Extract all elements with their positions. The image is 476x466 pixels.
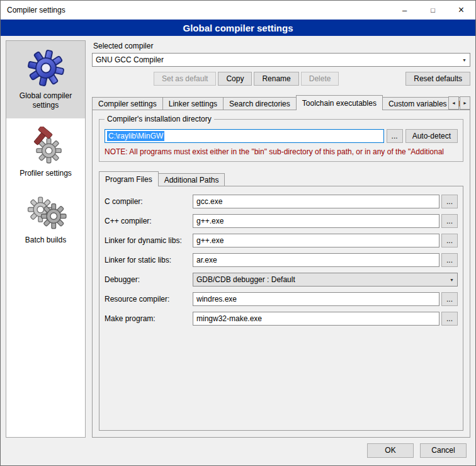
tab-additional-paths[interactable]: Additional Paths bbox=[158, 173, 225, 186]
resource-compiler-label: Resource compiler: bbox=[105, 295, 193, 304]
field-row-static-linker: Linker for static libs: ... bbox=[105, 253, 458, 267]
program-files-tab-strip: Program Files Additional Paths bbox=[99, 171, 463, 186]
c-compiler-label: C compiler: bbox=[105, 197, 193, 206]
sidebar-item-label: Batch builds bbox=[25, 236, 66, 245]
set-as-default-button: Set as default bbox=[154, 72, 216, 86]
tab-linker-settings[interactable]: Linker settings bbox=[162, 97, 224, 110]
cpp-compiler-input[interactable] bbox=[193, 214, 439, 228]
gear-icon bbox=[26, 49, 66, 87]
static-linker-label: Linker for static libs: bbox=[105, 256, 193, 264]
installation-directory-group: Compiler's installation directory C:\ray… bbox=[99, 119, 463, 162]
program-files-panel: C compiler: ... C++ compiler: ... Linker… bbox=[99, 186, 463, 431]
tab-custom-variables[interactable]: Custom variables bbox=[382, 97, 453, 110]
resource-compiler-browse-button[interactable]: ... bbox=[441, 292, 458, 306]
install-dir-value: C:\raylib\MinGW bbox=[107, 131, 164, 141]
cpp-compiler-browse-button[interactable]: ... bbox=[441, 214, 458, 228]
dynamic-linker-input[interactable] bbox=[193, 234, 439, 247]
debugger-combobox[interactable]: GDB/CDB debugger : Default ▼ bbox=[193, 273, 458, 287]
profiler-icon bbox=[28, 127, 64, 164]
window-controls: – □ × bbox=[390, 1, 475, 20]
install-dir-browse-button[interactable]: ... bbox=[387, 129, 403, 143]
sidebar-item-global-compiler-settings[interactable]: Global compiler settings bbox=[6, 41, 85, 118]
main-panel: Selected compiler GNU GCC Compiler ▼ Set… bbox=[92, 40, 470, 438]
page-title: Global compiler settings bbox=[1, 20, 475, 36]
selected-compiler-value: GNU GCC Compiler bbox=[96, 55, 164, 64]
tab-compiler-settings[interactable]: Compiler settings bbox=[92, 97, 163, 110]
make-program-input[interactable] bbox=[193, 312, 439, 326]
c-compiler-browse-button[interactable]: ... bbox=[441, 195, 458, 208]
ok-button[interactable]: OK bbox=[367, 443, 414, 458]
delete-button: Delete bbox=[301, 72, 339, 86]
rename-button[interactable]: Rename bbox=[254, 72, 298, 86]
field-row-cpp-compiler: C++ compiler: ... bbox=[105, 214, 458, 228]
field-row-debugger: Debugger: GDB/CDB debugger : Default ▼ bbox=[105, 273, 458, 287]
window-title: Compiler settings bbox=[1, 6, 65, 14]
copy-button[interactable]: Copy bbox=[218, 72, 252, 86]
installation-directory-row: C:\raylib\MinGW ... Auto-detect bbox=[105, 129, 458, 143]
debugger-value: GDB/CDB debugger : Default bbox=[196, 275, 295, 284]
tab-search-directories[interactable]: Search directories bbox=[223, 97, 297, 110]
main-tab-strip: Compiler settings Linker settings Search… bbox=[92, 94, 470, 110]
static-linker-input[interactable] bbox=[193, 253, 439, 267]
dynamic-linker-label: Linker for dynamic libs: bbox=[105, 236, 193, 245]
sidebar-item-profiler-settings[interactable]: Profiler settings bbox=[6, 118, 85, 186]
c-compiler-input[interactable] bbox=[193, 195, 439, 208]
sidebar-item-label: Global compiler settings bbox=[9, 91, 82, 110]
tab-scroll-right-icon[interactable]: ► bbox=[460, 96, 470, 110]
field-row-dynamic-linker: Linker for dynamic libs: ... bbox=[105, 234, 458, 247]
installation-directory-group-title: Compiler's installation directory bbox=[105, 115, 214, 123]
toolchain-executables-panel: Compiler's installation directory C:\ray… bbox=[92, 110, 470, 438]
selected-compiler-combobox[interactable]: GNU GCC Compiler ▼ bbox=[92, 53, 470, 67]
field-row-make-program: Make program: ... bbox=[105, 312, 458, 326]
compiler-settings-window: Compiler settings – □ × Global compiler … bbox=[0, 0, 476, 466]
selected-compiler-label: Selected compiler bbox=[93, 42, 470, 50]
close-icon[interactable]: × bbox=[447, 1, 475, 20]
bin-subdirectory-note: NOTE: All programs must exist either in … bbox=[105, 147, 458, 156]
field-row-c-compiler: C compiler: ... bbox=[105, 195, 458, 208]
chevron-down-icon: ▼ bbox=[446, 278, 454, 282]
settings-category-sidebar: Global compiler settings Profiler settin… bbox=[6, 40, 86, 438]
compiler-actions: Set as default Copy Rename Delete Reset … bbox=[92, 72, 470, 86]
chevron-down-icon: ▼ bbox=[458, 58, 467, 62]
resource-compiler-input[interactable] bbox=[193, 292, 439, 306]
static-linker-browse-button[interactable]: ... bbox=[441, 253, 458, 267]
tab-scroll-buttons: ◄ ► bbox=[448, 96, 470, 110]
install-dir-input[interactable]: C:\raylib\MinGW bbox=[105, 129, 384, 143]
dialog-content: Global compiler settings Profiler settin… bbox=[1, 36, 475, 440]
tab-toolchain-executables[interactable]: Toolchain executables bbox=[296, 95, 383, 110]
auto-detect-button[interactable]: Auto-detect bbox=[405, 129, 458, 143]
batch-builds-icon bbox=[24, 195, 68, 231]
field-row-resource-compiler: Resource compiler: ... bbox=[105, 292, 458, 306]
dialog-footer: OK Cancel bbox=[1, 440, 475, 465]
dynamic-linker-browse-button[interactable]: ... bbox=[441, 234, 458, 247]
reset-defaults-button[interactable]: Reset defaults bbox=[405, 72, 470, 86]
debugger-label: Debugger: bbox=[105, 275, 193, 284]
maximize-icon[interactable]: □ bbox=[419, 1, 447, 20]
make-program-label: Make program: bbox=[105, 314, 193, 323]
cancel-button[interactable]: Cancel bbox=[420, 443, 467, 458]
minimize-icon[interactable]: – bbox=[390, 1, 419, 20]
sidebar-item-batch-builds[interactable]: Batch builds bbox=[6, 186, 85, 253]
sidebar-item-label: Profiler settings bbox=[20, 169, 72, 178]
titlebar[interactable]: Compiler settings – □ × bbox=[1, 1, 475, 20]
tab-program-files[interactable]: Program Files bbox=[99, 171, 159, 186]
make-program-browse-button[interactable]: ... bbox=[441, 312, 458, 326]
cpp-compiler-label: C++ compiler: bbox=[105, 217, 193, 225]
tab-scroll-left-icon[interactable]: ◄ bbox=[448, 96, 459, 110]
